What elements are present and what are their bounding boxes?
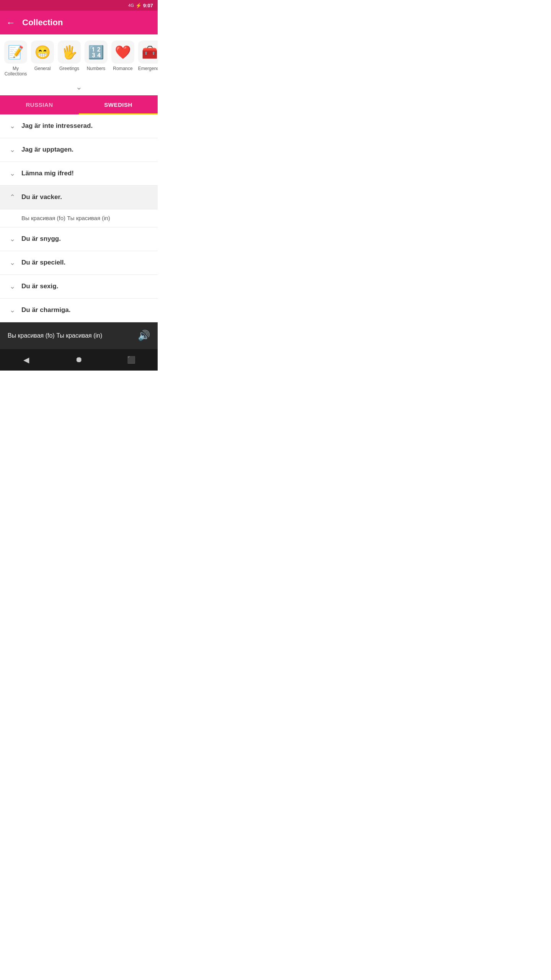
category-icon-numbers: 🔢 — [85, 41, 108, 64]
phrase-row-8[interactable]: ⌄Du är charmiga. — [0, 299, 158, 322]
category-icon-general: 😁 — [31, 41, 54, 64]
category-icon-romance: ❤️ — [111, 41, 134, 64]
phrase-text-3: Lämna mig ifred! — [21, 170, 152, 177]
tab-bar: RUSSIANSWEDISH — [0, 95, 158, 114]
category-icon-greetings: 🖐️ — [58, 41, 81, 64]
category-item-general[interactable]: 😁General — [30, 41, 55, 71]
category-item-emergency[interactable]: 🧰Emergency — [137, 41, 158, 71]
tab-underline-swedish — [79, 113, 158, 114]
phrase-text-4: Du är vacker. — [21, 193, 152, 201]
phrase-chevron-7: ⌄ — [6, 282, 18, 291]
nav-recent-icon: ⬛ — [127, 356, 135, 364]
translation-text-4: Вы красивая (fo) Ты красивая (in) — [21, 215, 110, 221]
bottom-panel: Вы красивая (fo) Ты красивая (in) 🔊 — [0, 322, 158, 349]
category-icon-emergency: 🧰 — [138, 41, 158, 64]
expand-row[interactable]: ⌄ — [0, 80, 158, 95]
chevron-up-icon: ⌃ — [10, 193, 15, 201]
tab-swedish[interactable]: SWEDISH — [79, 95, 158, 114]
phrase-chevron-8: ⌄ — [6, 306, 18, 314]
tab-label-swedish: SWEDISH — [104, 101, 132, 108]
phrase-text-7: Du är sexig. — [21, 283, 152, 290]
category-label-numbers: Numbers — [87, 66, 106, 71]
category-item-romance[interactable]: ❤️Romance — [110, 41, 135, 71]
chevron-down-icon: ⌄ — [10, 122, 15, 130]
speaker-button[interactable]: 🔊 — [138, 330, 150, 341]
category-label-romance: Romance — [113, 66, 132, 71]
category-scroll: 📝My Collections😁General🖐️Greetings🔢Numbe… — [0, 34, 158, 80]
chevron-down-icon: ⌄ — [10, 235, 15, 243]
nav-bar: ◀ ⏺ ⬛ — [0, 349, 158, 371]
clock: 9:07 — [143, 3, 153, 8]
bottom-translation: Вы красивая (fo) Ты красивая (in) — [8, 332, 102, 339]
category-label-general: General — [34, 66, 51, 71]
nav-recent-button[interactable]: ⬛ — [122, 350, 141, 369]
chevron-down-icon: ⌄ — [10, 145, 15, 154]
phrase-text-2: Jag är upptagen. — [21, 146, 152, 154]
phrase-chevron-6: ⌄ — [6, 258, 18, 267]
category-label-my-collections: My Collections — [3, 66, 28, 77]
chevron-down-icon: ⌄ — [10, 282, 15, 291]
category-label-emergency: Emergency — [138, 66, 158, 71]
phrase-chevron-4: ⌃ — [6, 193, 18, 201]
nav-back-button[interactable]: ◀ — [17, 350, 36, 369]
chevron-down-icon: ⌄ — [10, 169, 15, 178]
expand-icon[interactable]: ⌄ — [76, 82, 82, 91]
category-item-my-collections[interactable]: 📝My Collections — [3, 41, 28, 77]
chevron-down-icon: ⌄ — [10, 258, 15, 267]
phrase-text-6: Du är speciell. — [21, 259, 152, 266]
nav-home-button[interactable]: ⏺ — [69, 350, 88, 369]
phrase-row-2[interactable]: ⌄Jag är upptagen. — [0, 138, 158, 162]
status-icons: 4G ⚡ 9:07 — [128, 3, 153, 8]
back-button[interactable]: ← — [6, 17, 15, 28]
category-label-greetings: Greetings — [59, 66, 79, 71]
phrase-chevron-5: ⌄ — [6, 235, 18, 243]
status-bar: 4G ⚡ 9:07 — [0, 0, 158, 11]
category-item-numbers[interactable]: 🔢Numbers — [83, 41, 109, 71]
page-title: Collection — [22, 18, 63, 28]
network-icon: 4G — [128, 3, 134, 8]
phrase-list: ⌄Jag är inte intresserad.⌄Jag är upptage… — [0, 114, 158, 322]
phrase-row-6[interactable]: ⌄Du är speciell. — [0, 251, 158, 275]
translation-row-4: Вы красивая (fo) Ты красивая (in) — [0, 209, 158, 227]
chevron-down-icon: ⌄ — [10, 306, 15, 314]
phrase-row-1[interactable]: ⌄Jag är inte intresserad. — [0, 114, 158, 138]
nav-home-icon: ⏺ — [75, 355, 83, 364]
nav-back-icon: ◀ — [23, 355, 29, 364]
phrase-row-4[interactable]: ⌃Du är vacker. — [0, 186, 158, 209]
category-icon-my-collections: 📝 — [4, 41, 27, 64]
phrase-row-7[interactable]: ⌄Du är sexig. — [0, 275, 158, 299]
top-bar: ← Collection — [0, 11, 158, 34]
phrase-row-3[interactable]: ⌄Lämna mig ifred! — [0, 162, 158, 186]
phrase-row-5[interactable]: ⌄Du är snygg. — [0, 227, 158, 251]
phrase-chevron-2: ⌄ — [6, 145, 18, 154]
phrase-chevron-1: ⌄ — [6, 122, 18, 130]
category-item-greetings[interactable]: 🖐️Greetings — [57, 41, 82, 71]
battery-icon: ⚡ — [135, 3, 142, 8]
tab-label-russian: RUSSIAN — [26, 101, 53, 108]
phrase-text-1: Jag är inte intresserad. — [21, 122, 152, 130]
phrase-text-5: Du är snygg. — [21, 235, 152, 243]
tab-russian[interactable]: RUSSIAN — [0, 95, 79, 114]
phrase-chevron-3: ⌄ — [6, 169, 18, 178]
phrase-text-8: Du är charmiga. — [21, 306, 152, 314]
